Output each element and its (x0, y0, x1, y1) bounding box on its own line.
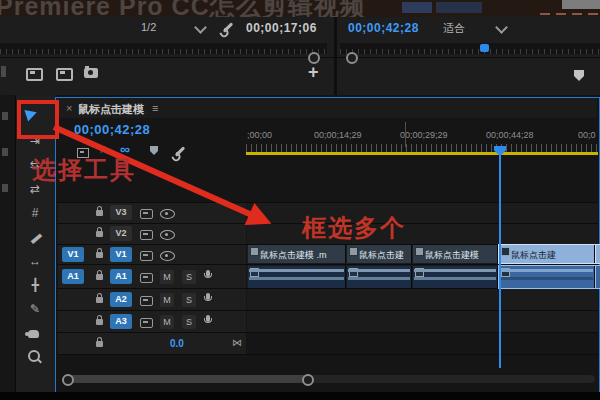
titlebar-deco (436, 2, 482, 13)
slide-tool[interactable]: ╋ (24, 276, 46, 294)
mute-button[interactable]: M (160, 315, 174, 329)
hand-tool[interactable] (28, 330, 39, 338)
video-clip-selected[interactable] (596, 245, 600, 263)
titlebar-dash (572, 13, 582, 15)
audio-clip[interactable] (248, 266, 346, 288)
voiceover-mic-icon[interactable] (206, 293, 210, 300)
track-lock-icon[interactable] (96, 252, 103, 258)
export-frame-button[interactable] (84, 68, 98, 78)
track-name-a3[interactable]: A3 (110, 314, 132, 329)
audio-clip[interactable] (413, 266, 498, 288)
divider (57, 332, 598, 333)
source-patch-v1[interactable]: V1 (62, 247, 84, 262)
master-level-value[interactable]: 0.0 (170, 338, 184, 349)
program-scrub-bar[interactable] (340, 43, 600, 54)
track-name-a1[interactable]: A1 (110, 269, 132, 284)
sync-lock-icon[interactable] (140, 251, 153, 261)
bottom-strip (0, 392, 600, 400)
audio-clip-selected[interactable] (596, 266, 600, 288)
clipped-icon (2, 184, 8, 192)
sync-lock-icon[interactable] (140, 230, 153, 240)
clipped-left-panel (0, 95, 16, 400)
clip-label: 鼠标点击建 (511, 249, 556, 262)
work-area-bar[interactable] (246, 152, 598, 155)
voiceover-mic-icon[interactable] (206, 315, 210, 322)
track-name-v1[interactable]: V1 (110, 247, 132, 262)
slip-tool[interactable]: ↔ (24, 252, 46, 270)
timeline-hscroll-bar[interactable] (67, 375, 309, 383)
keyframe-nav-icon[interactable]: ⋈ (232, 337, 242, 348)
panel-menu-icon[interactable]: ≡ (152, 102, 158, 114)
pen-tool[interactable]: ✎ (24, 300, 46, 318)
solo-button[interactable]: S (182, 270, 196, 284)
divider (57, 288, 598, 289)
timeline-tab-label[interactable]: 鼠标点击建模 (78, 102, 144, 117)
lift-button[interactable] (26, 68, 43, 81)
audio-clip[interactable] (347, 266, 412, 288)
track-lock-icon[interactable] (96, 274, 103, 280)
track-lane-v3[interactable] (247, 203, 598, 223)
annotation-action-label: 框选多个 (302, 212, 406, 244)
fx-badge (501, 247, 510, 256)
annotation-highlight-box (17, 100, 59, 139)
video-clip[interactable]: 鼠标点击建模 (413, 245, 498, 263)
track-lock-icon[interactable] (96, 319, 103, 325)
track-lock-icon[interactable] (96, 210, 103, 216)
fx-badge (250, 247, 259, 256)
button-editor-add-button[interactable]: + (308, 62, 319, 83)
program-playhead-marker[interactable] (480, 44, 489, 52)
track-visibility-eye-icon[interactable] (160, 230, 175, 240)
voiceover-mic-icon[interactable] (206, 270, 210, 277)
sync-lock-icon[interactable] (140, 296, 153, 306)
track-lane-a3[interactable] (247, 311, 598, 332)
audio-clip-selected[interactable] (499, 266, 595, 288)
track-lane-v2[interactable] (247, 224, 598, 244)
zoom-handle-right[interactable] (302, 374, 314, 386)
solo-button[interactable]: S (182, 315, 196, 329)
fx-badge (349, 247, 358, 256)
track-name-v3[interactable]: V3 (110, 205, 132, 220)
timeline-ruler[interactable] (246, 144, 598, 152)
fx-badge (415, 247, 424, 256)
track-lock-icon[interactable] (96, 231, 103, 237)
ruler-tick-label: ;00;00 (247, 130, 272, 140)
mute-button[interactable]: M (160, 293, 174, 307)
program-timecode[interactable]: 00;00;42;28 (348, 21, 419, 35)
zoom-handle-left[interactable] (62, 374, 74, 386)
divider (57, 202, 598, 203)
panel-divider[interactable] (334, 17, 337, 95)
solo-button[interactable]: S (182, 293, 196, 307)
divider (57, 310, 598, 311)
ruler-tick-label: 00;00;44;28 (486, 130, 534, 140)
playback-resolution-select[interactable]: 1/2 (141, 21, 156, 33)
track-visibility-eye-icon[interactable] (160, 251, 175, 261)
fit-zoom-select[interactable]: 适合 (443, 21, 465, 36)
source-patch-a1[interactable]: A1 (62, 269, 84, 284)
extract-button[interactable] (56, 68, 73, 81)
zoom-tool[interactable] (28, 350, 40, 362)
playhead-line[interactable] (499, 150, 501, 368)
video-clip-selected[interactable]: 鼠标点击建 (499, 245, 595, 263)
track-lane-a2[interactable] (247, 289, 598, 310)
video-clip[interactable]: 鼠标点击建模 .m (248, 245, 346, 263)
track-visibility-eye-icon[interactable] (160, 209, 175, 219)
track-lock-icon[interactable] (96, 341, 103, 347)
close-icon[interactable]: × (66, 102, 72, 114)
track-lock-icon[interactable] (96, 297, 103, 303)
divider (57, 264, 598, 265)
sync-lock-icon[interactable] (140, 273, 153, 283)
track-name-a2[interactable]: A2 (110, 292, 132, 307)
source-duration-timecode: 00;00;17;06 (246, 21, 317, 35)
source-scrub-bar[interactable] (0, 43, 327, 54)
browser-tab-fragment[interactable] (562, 0, 600, 9)
sync-lock-icon[interactable] (140, 209, 153, 219)
scrollbar-knob[interactable] (346, 52, 358, 64)
video-clip[interactable]: 鼠标点击建 (347, 245, 412, 263)
sync-lock-icon[interactable] (140, 318, 153, 328)
timeline-timecode[interactable]: 00;00;42;28 (74, 122, 150, 137)
track-name-v2[interactable]: V2 (110, 226, 132, 241)
titlebar-dash (556, 13, 566, 15)
annotation-tool-label: 选择工具 (32, 154, 136, 186)
mute-button[interactable]: M (160, 270, 174, 284)
rate-stretch-tool[interactable]: # (24, 204, 46, 222)
